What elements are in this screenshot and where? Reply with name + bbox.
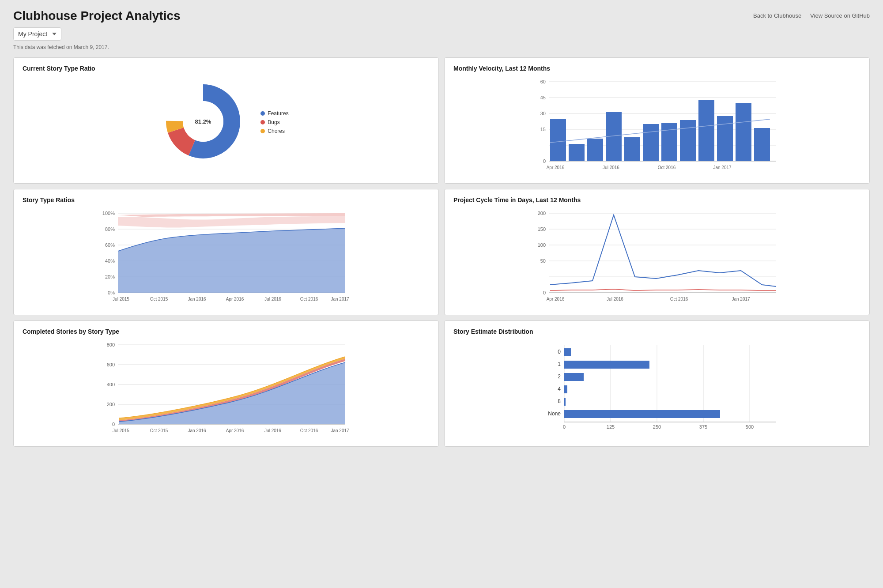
svg-text:100%: 100% [102, 211, 115, 216]
cycle-time-title: Project Cycle Time in Days, Last 12 Mont… [453, 196, 860, 204]
svg-text:50: 50 [540, 258, 546, 264]
bar-6 [643, 124, 659, 161]
legend-chores: Chores [260, 128, 288, 134]
svg-text:30: 30 [540, 111, 546, 116]
svg-text:Jan 2017: Jan 2017 [331, 297, 349, 302]
svg-text:Jul 2016: Jul 2016 [603, 165, 619, 170]
svg-text:Apr 2016: Apr 2016 [226, 428, 244, 433]
completed-stories-svg: 800 600 400 200 0 Jul 2015 Oct 2015 Jan … [23, 340, 430, 437]
svg-text:Oct 2015: Oct 2015 [150, 428, 168, 433]
svg-text:Oct 2016: Oct 2016 [670, 297, 688, 302]
svg-text:0: 0 [543, 290, 546, 295]
project-select[interactable]: My Project [13, 27, 61, 41]
hbar-4 [564, 385, 567, 393]
svg-text:Jul 2015: Jul 2015 [113, 297, 129, 302]
legend-features: Features [260, 110, 288, 117]
svg-text:400: 400 [107, 382, 115, 387]
svg-text:None: None [548, 411, 561, 417]
svg-text:80%: 80% [105, 226, 115, 232]
svg-text:250: 250 [653, 424, 661, 430]
hbar-0 [564, 348, 571, 356]
svg-text:Jul 2015: Jul 2015 [113, 428, 129, 433]
svg-text:40%: 40% [105, 258, 115, 264]
data-date: This data was fetched on March 9, 2017. [13, 44, 870, 50]
bar-2 [569, 144, 585, 161]
bar-1 [550, 119, 566, 161]
svg-text:4: 4 [558, 386, 561, 392]
svg-text:Apr 2016: Apr 2016 [226, 297, 244, 302]
donut-svg: 81.2% [163, 82, 243, 161]
svg-text:Apr 2016: Apr 2016 [547, 297, 565, 302]
svg-text:600: 600 [107, 362, 115, 367]
svg-text:Apr 2016: Apr 2016 [547, 165, 565, 170]
page-title: Clubhouse Project Analytics [13, 9, 181, 23]
svg-text:0: 0 [543, 158, 546, 164]
story-type-ratios-svg: 100% 80% 60% 40% 20% 0% Jul 2015 Oct 201… [23, 209, 430, 306]
story-type-ratios-card: Story Type Ratios 100% 80% 60% 40% 20% 0… [13, 189, 439, 315]
svg-text:Jan 2017: Jan 2017 [331, 428, 349, 433]
svg-text:0: 0 [563, 424, 566, 430]
project-select-wrapper: My Project [13, 27, 870, 41]
svg-text:81.2%: 81.2% [195, 118, 211, 125]
svg-text:Oct 2016: Oct 2016 [300, 297, 318, 302]
donut-chart-title: Current Story Type Ratio [23, 65, 430, 72]
bugs-area [118, 216, 345, 228]
chores-label: Chores [268, 128, 285, 134]
completed-stories-title: Completed Stories by Story Type [23, 328, 430, 335]
svg-text:20%: 20% [105, 274, 115, 279]
cycle-time-card: Project Cycle Time in Days, Last 12 Mont… [444, 189, 870, 315]
red-cycle-line [550, 289, 776, 290]
svg-text:Jul 2016: Jul 2016 [607, 297, 623, 302]
svg-text:Oct 2015: Oct 2015 [150, 297, 168, 302]
bugs-label: Bugs [268, 119, 279, 125]
bar-12 [754, 128, 770, 161]
charts-grid: Current Story Type Ratio 81.2% Features [13, 57, 870, 447]
estimate-distribution-svg: 0 125 250 375 500 0 1 2 4 [453, 340, 860, 437]
donut-svg-wrap: 81.2% [163, 82, 243, 163]
svg-text:0%: 0% [108, 290, 115, 295]
donut-chart-card: Current Story Type Ratio 81.2% Features [13, 57, 439, 184]
svg-text:Jan 2017: Jan 2017 [732, 297, 750, 302]
story-type-ratios-title: Story Type Ratios [23, 196, 430, 204]
estimate-distribution-card: Story Estimate Distribution 0 125 250 37… [444, 320, 870, 447]
completed-stories-card: Completed Stories by Story Type 800 600 … [13, 320, 439, 447]
hbar-8 [564, 398, 566, 406]
cycle-time-svg: 200 150 100 50 0 Apr 2016 Jul 2016 Oct 2… [453, 209, 860, 306]
bar-10 [717, 116, 733, 161]
chores-dot [260, 129, 265, 133]
svg-text:Oct 2016: Oct 2016 [658, 165, 676, 170]
bar-3 [587, 139, 603, 161]
donut-legend: Features Bugs Chores [260, 110, 288, 134]
svg-text:200: 200 [538, 211, 546, 216]
svg-text:0: 0 [558, 349, 561, 355]
svg-text:8: 8 [558, 398, 561, 404]
svg-text:Jul 2016: Jul 2016 [264, 297, 281, 302]
svg-text:100: 100 [538, 242, 546, 248]
svg-text:2: 2 [558, 373, 561, 380]
top-bar: Clubhouse Project Analytics Back to Club… [13, 9, 870, 23]
monthly-velocity-svg: 60 45 30 15 0 Apr 2016 Jul 2016 [453, 77, 860, 174]
top-links: Back to Clubhouse View Source on GitHub [753, 9, 870, 19]
svg-text:60: 60 [540, 79, 546, 84]
svg-text:200: 200 [107, 402, 115, 407]
svg-text:Jul 2016: Jul 2016 [264, 428, 281, 433]
svg-text:Jan 2017: Jan 2017 [713, 165, 732, 170]
monthly-velocity-card: Monthly Velocity, Last 12 Months 60 45 3… [444, 57, 870, 184]
back-to-clubhouse-link[interactable]: Back to Clubhouse [753, 12, 801, 19]
svg-text:45: 45 [540, 95, 546, 100]
svg-text:150: 150 [538, 226, 546, 232]
view-source-link[interactable]: View Source on GitHub [810, 12, 870, 19]
bar-8 [680, 120, 696, 161]
svg-text:500: 500 [746, 424, 754, 430]
features-label: Features [268, 110, 288, 117]
hbar-2 [564, 373, 584, 381]
svg-text:15: 15 [540, 127, 546, 132]
svg-text:60%: 60% [105, 242, 115, 248]
bar-7 [661, 123, 677, 161]
legend-bugs: Bugs [260, 119, 288, 125]
chores-area [118, 213, 345, 217]
bugs-dot [260, 120, 265, 124]
monthly-velocity-title: Monthly Velocity, Last 12 Months [453, 65, 860, 72]
bar-11 [736, 103, 751, 161]
donut-container: 81.2% Features Bugs Chores [23, 77, 430, 167]
